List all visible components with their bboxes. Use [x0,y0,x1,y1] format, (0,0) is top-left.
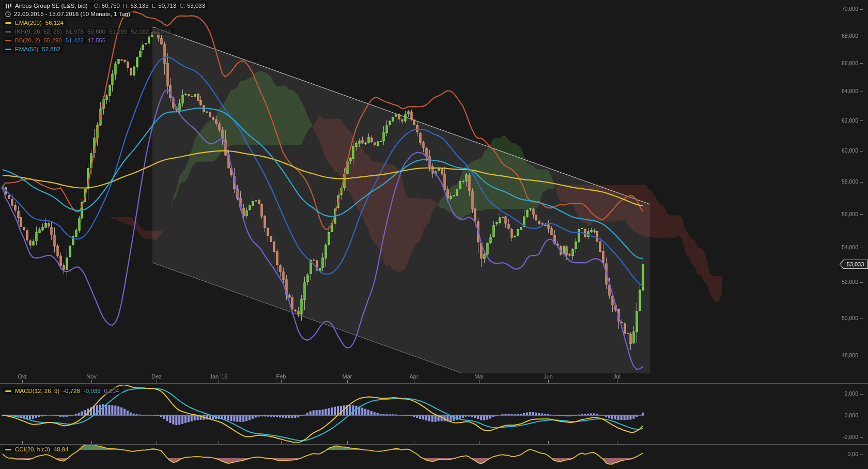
label-part: 51,422 [66,37,84,43]
legend-ema50[interactable]: EMA(50)52,882 [3,46,64,53]
candlestick-chart-icon [5,3,12,9]
clock-icon [5,11,11,17]
panel-divider[interactable] [0,383,868,384]
legend-ikh[interactable]: IKH(9, 26, 52, 26)51,97850,60051,28952,0… [3,28,174,35]
x-axis-month-label: Jan '16 [209,373,227,380]
label-part: BB(20, 2) [15,37,40,43]
label-part: O: [94,3,100,9]
label-part: 52,082 [131,28,149,35]
legend-bb[interactable]: BB(20, 2)55,29051,42247,555 [3,37,109,44]
label-part: 53,133 [130,3,148,9]
price-tick-label: 64,000 [842,88,863,94]
instrument-header[interactable]: Airbus Group SE (L&S, bid) O:50,750H:53,… [3,2,208,9]
label-part: 50,750 [102,3,120,9]
label-part: 53,033 [187,3,205,9]
x-axis-month-label: Jul [613,373,621,380]
label-part: L: [152,3,157,9]
label-part: 51,289 [109,28,127,35]
instrument-title: Airbus Group SE (L&S, bid) [15,3,88,9]
macd-legend[interactable]: MACD(12, 26, 9)-0,728-0,9330,204 [3,387,122,395]
label-part: 51,978 [66,28,84,35]
ohlc-values: O:50,750H:53,133L:50,713C:53,033 [91,3,205,9]
label-part: 56,124 [45,20,64,26]
x-axis-month-label: Mai [474,373,484,380]
label-part: EMA(50) [15,46,38,52]
x-axis-month-label: Okt [18,373,26,380]
legend-ema200[interactable]: EMA(200)56,124 [3,19,67,26]
macd-tick-label: -2,000 [843,434,863,440]
label-part: 53,033 [153,28,171,35]
legend-color-dash-icon [5,449,11,450]
label-part: CCI(20, hlc3) [15,446,50,452]
x-axis-month-label: Feb [276,373,286,380]
label-part: IKH(9, 26, 52, 26) [15,28,62,35]
price-tick-label: 48,000 [842,352,863,358]
panel-divider[interactable] [0,444,868,445]
date-range-row[interactable]: 22.09.2015 - 13.07.2016 (10 Monate, 1 Ta… [3,10,133,18]
x-axis-month-label: Dez [151,373,162,380]
label-part: H: [123,3,129,9]
price-tick-label: 68,000 [842,33,863,39]
price-tick-label: 58,000 [842,178,863,185]
label-part: C: [179,3,185,9]
legend-color-dash-icon [5,390,11,392]
price-tick-label: 66,000 [842,60,863,66]
label-part: -0,728 [63,388,80,394]
label-part: 50,600 [87,28,105,35]
legend-color-dash-icon [5,22,11,24]
date-range-label: 22.09.2015 - 13.07.2016 (10 Monate, 1 Ta… [14,11,130,17]
x-axis-month-label: Apr [409,373,418,380]
label-part: 0,204 [104,388,119,394]
price-tick-label: 60,000 [842,147,863,154]
label-part: 55,290 [44,37,62,43]
legend-color-dash-icon [5,31,11,33]
label-part: 47,555 [87,37,105,43]
label-part: 48,94 [54,446,69,452]
macd-tick-label: 2,000 [845,390,863,397]
x-axis-month-label: Mär [343,373,352,380]
last-price-tag: 53,033 [840,260,868,269]
cci-legend[interactable]: CCI(20, hlc3)48,94 [3,446,72,453]
x-axis-month-label: Jun [544,373,553,380]
label-part: -0,933 [84,388,101,394]
legend-color-dash-icon [5,40,11,41]
macd-tick-label: 0,000 [845,412,863,418]
price-tick-label: 54,000 [842,244,863,250]
trading-chart-app: Airbus Group SE (L&S, bid) O:50,750H:53,… [0,0,868,469]
last-price-label: 53,033 [847,261,864,267]
legend-color-dash-icon [5,49,11,50]
price-tick-label: 56,000 [842,211,863,217]
price-chart-canvas[interactable] [0,0,868,469]
label-part: MACD(12, 26, 9) [15,388,59,394]
price-tick-label: 52,000 [842,279,863,285]
price-tick-label: 50,000 [842,315,863,321]
x-axis-month-label: Nov [86,373,97,380]
label-part: EMA(200) [15,20,42,26]
cci-tick-label: 0,00 [848,451,863,457]
indicator-legend: EMA(200)56,124IKH(9, 26, 52, 26)51,97850… [3,19,174,53]
price-tick-label: 62,000 [842,117,863,124]
label-part: 52,882 [42,46,60,52]
price-tick-label: 70,000 [842,6,863,12]
label-part: 50,713 [158,3,176,9]
